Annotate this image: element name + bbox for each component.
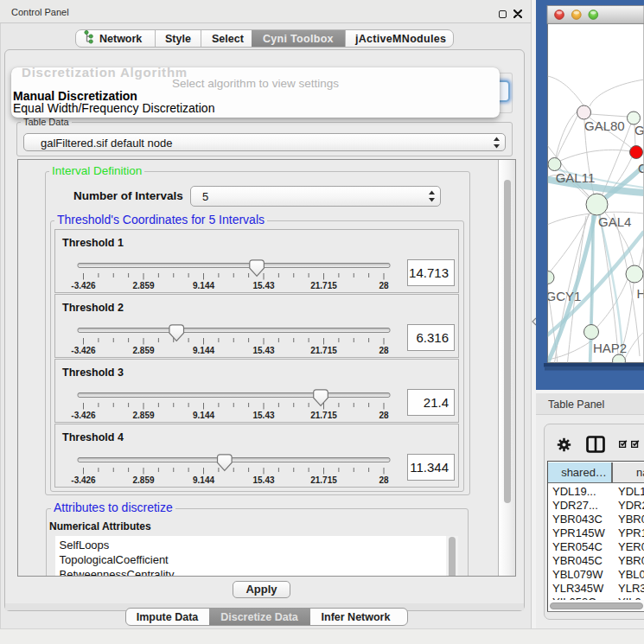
- svg-text:-3.426: -3.426: [71, 346, 96, 355]
- svg-text:GAL80: GAL80: [584, 118, 625, 133]
- svg-text:21.715: 21.715: [310, 346, 337, 355]
- svg-text:-3.426: -3.426: [71, 411, 96, 420]
- svg-text:28: 28: [379, 411, 389, 420]
- svg-text:-3.426: -3.426: [71, 281, 96, 290]
- svg-text:GAL11: GAL11: [556, 170, 596, 185]
- svg-text:9.144: 9.144: [193, 346, 214, 355]
- svg-text:2.859: 2.859: [132, 411, 154, 420]
- svg-text:21.715: 21.715: [310, 475, 337, 485]
- svg-text:9.144: 9.144: [193, 411, 214, 420]
- svg-text:28: 28: [379, 346, 389, 355]
- svg-text:HAP2: HAP2: [593, 341, 627, 355]
- svg-text:28: 28: [379, 475, 389, 485]
- svg-text:15.43: 15.43: [252, 411, 274, 420]
- svg-text:15.43: 15.43: [252, 475, 274, 485]
- svg-text:28: 28: [379, 281, 389, 290]
- svg-text:GCY1: GCY1: [546, 289, 582, 303]
- svg-text:2.859: 2.859: [132, 346, 154, 355]
- svg-text:-3.426: -3.426: [71, 475, 96, 485]
- svg-text:15.43: 15.43: [252, 346, 274, 355]
- svg-text:2.859: 2.859: [132, 281, 154, 290]
- svg-text:C: C: [638, 161, 644, 175]
- svg-text:21.715: 21.715: [310, 411, 337, 420]
- svg-text:H: H: [637, 286, 644, 301]
- svg-text:GAL4: GAL4: [598, 214, 631, 229]
- svg-text:9.144: 9.144: [193, 281, 214, 290]
- svg-text:21.715: 21.715: [310, 281, 337, 290]
- svg-text:2.859: 2.859: [132, 475, 154, 485]
- svg-text:GA: GA: [634, 123, 644, 137]
- svg-text:15.43: 15.43: [252, 281, 274, 290]
- svg-text:9.144: 9.144: [193, 475, 214, 485]
